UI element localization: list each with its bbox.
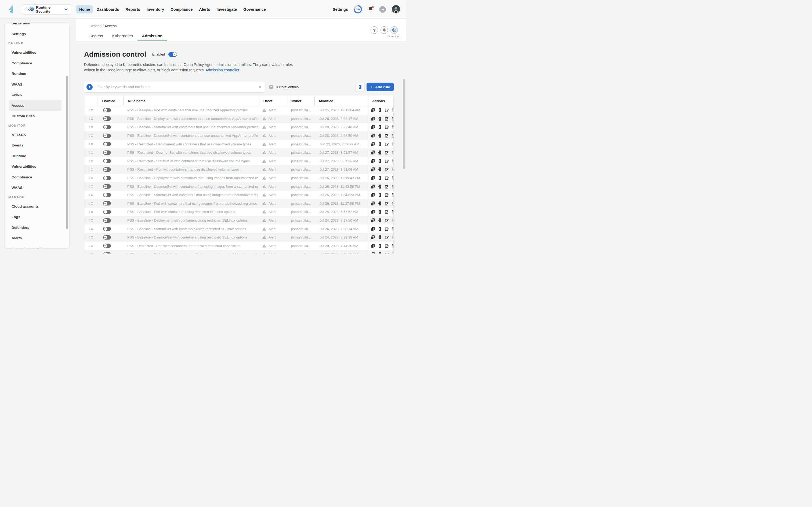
sidebar-item-collections-and-tags[interactable]: Collections and Tags: [5, 243, 69, 249]
export-rule-icon[interactable]: [377, 176, 382, 180]
copy-rule-icon[interactable]: [370, 116, 375, 121]
col-enabled[interactable]: Enabled: [97, 96, 123, 106]
settings-link[interactable]: Settings: [333, 7, 348, 11]
product-switcher[interactable]: Runtime Security: [22, 4, 71, 14]
col-owner[interactable]: Owner: [286, 96, 314, 106]
sidebar-item-cloud-accounts[interactable]: Cloud accounts: [5, 201, 69, 212]
drag-handle[interactable]: [89, 211, 93, 213]
edit-rule-icon[interactable]: [385, 218, 389, 223]
copy-rule-icon[interactable]: [370, 218, 375, 223]
filter-funnel-icon[interactable]: [87, 84, 93, 90]
edit-rule-icon[interactable]: [385, 201, 389, 206]
edit-rule-icon[interactable]: [385, 184, 389, 189]
nav-item-governance[interactable]: Governance: [240, 5, 269, 13]
sidebar-item-att-ck[interactable]: ATT&CK: [5, 129, 69, 140]
nav-item-inventory[interactable]: Inventory: [144, 5, 167, 13]
drag-handle[interactable]: [89, 185, 93, 188]
nav-item-reports[interactable]: Reports: [122, 5, 143, 13]
entries-help-icon[interactable]: ?: [269, 85, 273, 89]
nav-item-investigate[interactable]: Investigate: [213, 5, 240, 13]
export-rule-icon[interactable]: [377, 192, 382, 197]
delete-rule-icon[interactable]: [392, 133, 393, 138]
rule-enabled-toggle[interactable]: [103, 133, 111, 138]
export-rule-icon[interactable]: [377, 252, 382, 253]
copy-rule-icon[interactable]: [370, 108, 375, 112]
sidebar-item-runtime[interactable]: Runtime: [5, 68, 69, 79]
delete-rule-icon[interactable]: [392, 142, 393, 147]
admission-control-toggle[interactable]: ✓: [168, 52, 177, 57]
sidebar-item-waas[interactable]: WAAS: [5, 182, 69, 193]
sidebar-item-serverless[interactable]: Serverless: [5, 22, 69, 29]
drag-handle[interactable]: [89, 152, 93, 154]
delete-rule-icon[interactable]: [392, 159, 393, 163]
edit-rule-icon[interactable]: [385, 167, 389, 172]
copy-rule-icon[interactable]: [370, 125, 375, 129]
export-rule-icon[interactable]: [377, 142, 382, 147]
export-rule-icon[interactable]: [377, 108, 382, 112]
export-rule-icon[interactable]: [377, 116, 382, 121]
nav-item-dashboards[interactable]: Dashboards: [93, 5, 122, 13]
sidebar-item-settings[interactable]: Settings: [5, 29, 69, 40]
scanning-status-icon[interactable]: Scanning...: [391, 26, 398, 34]
delete-rule-icon[interactable]: [392, 150, 393, 155]
drag-handle[interactable]: [89, 219, 93, 222]
copy-rule-icon[interactable]: [370, 142, 375, 147]
copy-rule-icon[interactable]: [370, 167, 375, 172]
sidebar-item-runtime[interactable]: Runtime: [5, 151, 69, 162]
add-rule-button[interactable]: + Add rule: [366, 82, 394, 91]
edit-rule-icon[interactable]: [385, 133, 389, 138]
delete-rule-icon[interactable]: [392, 176, 393, 180]
edit-rule-icon[interactable]: [385, 142, 389, 147]
nav-item-home[interactable]: Home: [76, 5, 93, 13]
export-rule-icon[interactable]: [377, 133, 382, 138]
sidebar-item-events[interactable]: Events: [5, 140, 69, 151]
copy-rule-icon[interactable]: [370, 210, 375, 214]
edit-rule-icon[interactable]: [385, 125, 389, 129]
nav-item-compliance[interactable]: Compliance: [167, 5, 196, 13]
ai-assistant-icon[interactable]: AI: [379, 6, 386, 13]
page-scrollbar[interactable]: [403, 79, 405, 169]
sidebar-item-vulnerabilities[interactable]: Vulnerabilities: [5, 47, 69, 58]
drag-handle[interactable]: [89, 194, 93, 196]
drag-handle[interactable]: [89, 245, 93, 247]
delete-rule-icon[interactable]: [392, 201, 393, 206]
rule-enabled-toggle[interactable]: [103, 125, 111, 129]
notifications-bell-icon[interactable]: [368, 6, 373, 13]
export-rule-icon[interactable]: [377, 159, 382, 163]
tab-secrets[interactable]: Secrets: [85, 34, 108, 41]
help-icon[interactable]: ?: [370, 26, 378, 34]
edit-rule-icon[interactable]: [385, 210, 389, 214]
edit-rule-icon[interactable]: [385, 116, 389, 121]
copy-rule-icon[interactable]: [370, 192, 375, 197]
breadcrumb-parent[interactable]: Defend: [89, 24, 101, 28]
edit-rule-icon[interactable]: [385, 108, 389, 112]
copy-rule-icon[interactable]: [370, 252, 375, 253]
edit-rule-icon[interactable]: [385, 252, 389, 253]
export-rule-icon[interactable]: [377, 210, 382, 214]
rule-enabled-toggle[interactable]: [103, 210, 111, 214]
rule-enabled-toggle[interactable]: [103, 193, 111, 197]
drag-handle[interactable]: [89, 168, 93, 171]
rule-enabled-toggle[interactable]: [103, 116, 111, 121]
export-rule-icon[interactable]: [377, 243, 382, 248]
delete-rule-icon[interactable]: [392, 252, 393, 253]
alerts-bell-icon[interactable]: [380, 26, 388, 34]
sidebar-item-custom-rules[interactable]: Custom rules: [5, 111, 69, 121]
filter-clear-icon[interactable]: ×: [259, 85, 261, 89]
import-rules-button[interactable]: [356, 82, 364, 91]
export-rule-icon[interactable]: [377, 201, 382, 206]
edit-rule-icon[interactable]: [385, 243, 389, 248]
copy-rule-icon[interactable]: [370, 150, 375, 155]
drag-handle[interactable]: [89, 134, 93, 137]
col-rule-name[interactable]: Rule name: [123, 96, 258, 106]
sidebar-item-cnns[interactable]: CNNS: [5, 90, 69, 100]
nav-item-alerts[interactable]: Alerts: [196, 5, 213, 13]
sidebar-item-compliance[interactable]: Compliance: [5, 58, 69, 69]
copy-rule-icon[interactable]: [370, 176, 375, 180]
filter-input[interactable]: [96, 85, 259, 89]
drag-handle[interactable]: [89, 109, 93, 112]
drag-handle[interactable]: [89, 236, 93, 238]
copy-rule-icon[interactable]: [370, 235, 375, 239]
rule-enabled-toggle[interactable]: [103, 151, 111, 155]
edit-rule-icon[interactable]: [385, 176, 389, 180]
